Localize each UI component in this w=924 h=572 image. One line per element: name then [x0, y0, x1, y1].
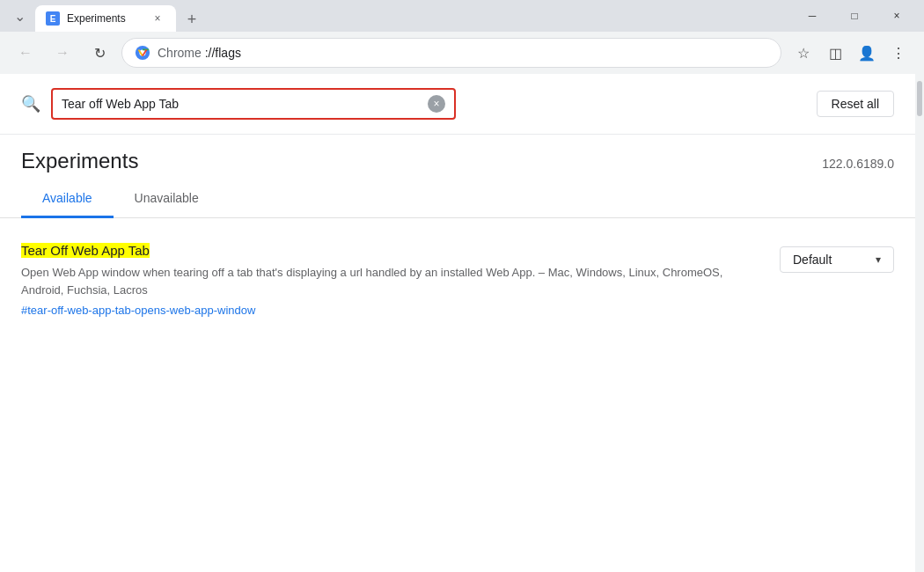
- forward-icon: →: [55, 45, 70, 61]
- reload-icon: ↻: [94, 45, 106, 62]
- scrollbar-thumb[interactable]: [917, 81, 922, 116]
- maximize-button[interactable]: □: [834, 2, 875, 30]
- flags-header: Experiments 122.0.6189.0: [0, 135, 915, 180]
- experiment-dropdown[interactable]: Default ▾: [780, 246, 894, 273]
- extension-icon: ◫: [829, 45, 842, 62]
- nav-bar: ← → ↻ Chrome ://flags ☆ ◫ 👤 ⋮: [0, 32, 924, 74]
- title-bar: ⌄ E Experiments × + ─ □ ×: [0, 0, 924, 32]
- tab-title: Experiments: [67, 12, 143, 25]
- version-text: 122.0.6189.0: [822, 157, 894, 171]
- reload-button[interactable]: ↻: [84, 38, 114, 68]
- search-clear-button[interactable]: ×: [428, 95, 445, 113]
- close-button[interactable]: ×: [876, 2, 917, 30]
- bookmark-icon: ☆: [797, 45, 810, 62]
- search-icon: 🔍: [21, 94, 40, 114]
- flags-tabs: Available Unavailable: [0, 180, 915, 218]
- experiment-control: Default ▾: [780, 246, 894, 273]
- minimize-button[interactable]: ─: [792, 2, 832, 30]
- active-tab[interactable]: E Experiments ×: [35, 5, 176, 32]
- window-controls: ─ □ ×: [792, 2, 917, 30]
- scrollbar[interactable]: [915, 74, 924, 572]
- tab-favicon: E: [46, 11, 60, 26]
- tab-unavailable[interactable]: Unavailable: [114, 180, 220, 218]
- tab-strip: E Experiments × +: [35, 0, 788, 32]
- extension-button[interactable]: ◫: [820, 38, 850, 68]
- experiment-name: Tear Off Web App Tab: [21, 243, 766, 259]
- search-input-wrap: ×: [51, 88, 456, 120]
- profile-icon: 👤: [858, 45, 876, 62]
- tab-available[interactable]: Available: [21, 180, 114, 218]
- toolbar-actions: ☆ ◫ 👤 ⋮: [788, 38, 913, 68]
- url-text: Chrome ://flags: [158, 46, 768, 60]
- url-scheme: Chrome: [158, 46, 202, 60]
- new-tab-button[interactable]: +: [180, 7, 204, 32]
- chrome-logo-icon: [135, 45, 150, 61]
- forward-button[interactable]: →: [48, 38, 77, 68]
- reset-all-button[interactable]: Reset all: [817, 91, 894, 117]
- experiment-text: Tear Off Web App Tab Open Web App window…: [21, 243, 766, 317]
- experiment-anchor[interactable]: #tear-off-web-app-tab-opens-web-app-wind…: [21, 304, 766, 317]
- back-button[interactable]: ←: [11, 38, 40, 68]
- bookmark-button[interactable]: ☆: [788, 38, 818, 68]
- chevron-down-icon: ⌄: [14, 8, 26, 25]
- experiment-description: Open Web App window when tearing off a t…: [21, 264, 766, 298]
- url-path: ://flags: [205, 46, 241, 60]
- more-icon: ⋮: [891, 45, 906, 62]
- tab-list-button[interactable]: ⌄: [7, 4, 32, 28]
- tab-close-button[interactable]: ×: [150, 11, 165, 26]
- page-title: Experiments: [21, 149, 138, 173]
- back-icon: ←: [18, 45, 33, 61]
- main-content: 🔍 × Reset all Experiments 122.0.6189.0 A…: [0, 74, 915, 572]
- flags-search-bar: 🔍 × Reset all: [0, 74, 915, 135]
- chevron-down-icon: ▾: [876, 253, 881, 266]
- address-bar[interactable]: Chrome ://flags: [121, 38, 781, 68]
- content-area: 🔍 × Reset all Experiments 122.0.6189.0 A…: [0, 74, 924, 572]
- profile-button[interactable]: 👤: [852, 38, 882, 68]
- menu-button[interactable]: ⋮: [884, 38, 913, 68]
- experiment-item: Tear Off Web App Tab Open Web App window…: [0, 232, 915, 327]
- search-input[interactable]: [62, 97, 421, 111]
